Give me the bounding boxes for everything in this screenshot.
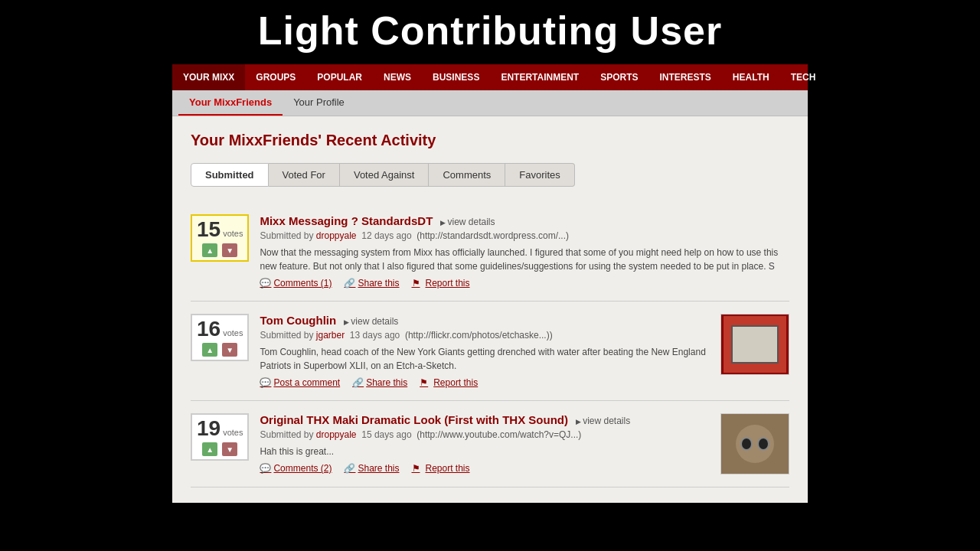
nav-item-groups[interactable]: GROUPS <box>245 64 306 90</box>
vote-buttons: ▲ ▼ <box>202 243 237 257</box>
share-icon: 🔗 <box>352 377 363 388</box>
vote-down-button[interactable]: ▼ <box>222 442 237 456</box>
vote-down-button[interactable]: ▼ <box>222 243 237 257</box>
story-body: Original THX Maki Dramatic Look (First w… <box>260 413 710 474</box>
comment-icon: 💬 <box>260 377 270 388</box>
vote-up-button[interactable]: ▲ <box>202 343 217 357</box>
view-details-link[interactable]: view details <box>576 416 631 426</box>
story-title-link[interactable]: Original THX Maki Dramatic Look (First w… <box>260 413 568 426</box>
story-title-row: Tom Coughlin view details <box>260 314 710 327</box>
nav-item-interests[interactable]: INTERESTS <box>649 64 722 90</box>
page-heading: Your MixxFriends' Recent Activity <box>191 132 789 149</box>
page-title: Light Contributing User <box>0 8 980 54</box>
story-url: (http://standardsdt.wordpress.com/...) <box>416 230 569 241</box>
vote-box: 19 votes ▲ ▼ <box>191 413 249 461</box>
top-nav: YOUR MIXXGROUPSPOPULARNEWSBUSINESSENTERT… <box>172 64 808 90</box>
tab-favorites[interactable]: Favorites <box>505 163 574 187</box>
vote-label: votes <box>223 328 243 337</box>
main-content: Your MixxFriends' Recent Activity Submit… <box>172 116 808 503</box>
vote-box: 15 votes ▲ ▼ <box>191 214 249 262</box>
story-url: (http://flickr.com/photos/etchaske...)) <box>405 330 553 341</box>
story-title-link[interactable]: Tom Coughlin <box>260 314 336 327</box>
story-body: Tom Coughlin view details Submitted by j… <box>260 314 710 388</box>
vote-buttons: ▲ ▼ <box>202 442 237 456</box>
story-title-link[interactable]: Mixx Messaging ? StandardsDT <box>260 214 433 227</box>
tab-comments[interactable]: Comments <box>429 163 505 187</box>
etch-thumbnail <box>721 314 789 375</box>
submitter-link[interactable]: droppyale <box>316 429 357 440</box>
sub-nav-item-profile[interactable]: Your Profile <box>283 90 355 116</box>
tarsier-face <box>736 425 774 463</box>
tab-voted-for[interactable]: Voted For <box>269 163 340 187</box>
vote-label: votes <box>223 428 243 437</box>
action-share-link[interactable]: 🔗 Share this <box>344 278 399 289</box>
view-details-link[interactable]: view details <box>440 217 495 227</box>
vote-box: 16 votes ▲ ▼ <box>191 314 249 361</box>
story-meta: Submitted by jgarber 13 days ago (http:/… <box>260 330 710 341</box>
story-thumbnail <box>720 413 789 474</box>
story-excerpt: Tom Coughlin, head coach of the New York… <box>260 345 710 373</box>
comments-icon: 💬 <box>260 278 270 289</box>
story-item: 15 votes ▲ ▼ Mixx Messaging ? StandardsD… <box>191 202 789 302</box>
submitter-link[interactable]: jgarber <box>316 330 345 341</box>
story-actions: 💬 Comments (2) 🔗 Share this ⚑ Report th <box>260 463 710 474</box>
nav-item-sports[interactable]: SPORTS <box>590 64 648 90</box>
vote-label: votes <box>223 229 243 238</box>
action-comments-link[interactable]: 💬 Comments (1) <box>260 278 332 289</box>
share-icon: 🔗 <box>344 463 354 474</box>
vote-count: 16 <box>197 318 220 340</box>
tab-voted-against[interactable]: Voted Against <box>340 163 430 187</box>
nav-item-news[interactable]: NEWS <box>373 64 422 90</box>
sub-nav-item-mixxfriends[interactable]: Your MixxFriends <box>178 90 283 116</box>
submitter-link[interactable]: droppyale <box>316 230 357 241</box>
vote-number-row: 16 votes <box>197 318 243 340</box>
app-wrapper: YOUR MIXXGROUPSPOPULARNEWSBUSINESSENTERT… <box>172 64 808 503</box>
tarsier-eye-left <box>740 437 753 451</box>
report-icon: ⚑ <box>420 377 430 388</box>
story-meta: Submitted by droppyale 12 days ago (http… <box>260 230 789 241</box>
story-excerpt: Now that the messaging system from Mixx … <box>260 246 789 273</box>
action-report-link[interactable]: ⚑ Report this <box>412 463 470 474</box>
activity-tabs: SubmittedVoted ForVoted AgainstCommentsF… <box>191 163 789 187</box>
story-thumbnail <box>720 314 789 375</box>
story-excerpt: Hah this is great... <box>260 445 710 458</box>
vote-count: 15 <box>197 219 220 240</box>
action-comments-link[interactable]: 💬 Comments (2) <box>260 463 332 474</box>
stories-list: 15 votes ▲ ▼ Mixx Messaging ? StandardsD… <box>191 202 789 487</box>
nav-item-entertainment[interactable]: ENTERTAINMENT <box>490 64 590 90</box>
story-title-row: Mixx Messaging ? StandardsDT view detail… <box>260 214 789 227</box>
action-comment-link[interactable]: 💬 Post a comment <box>260 377 340 388</box>
nav-item-tech[interactable]: TECH <box>780 64 827 90</box>
vote-number-row: 15 votes <box>197 219 243 240</box>
share-icon: 🔗 <box>344 278 354 289</box>
story-url: (http://www.youtube.com/watch?v=QJ...) <box>416 429 581 440</box>
view-details-link[interactable]: view details <box>344 316 399 327</box>
story-meta: Submitted by droppyale 15 days ago (http… <box>260 429 710 440</box>
action-share-link[interactable]: 🔗 Share this <box>352 377 407 388</box>
vote-up-button[interactable]: ▲ <box>202 243 217 257</box>
nav-item-health[interactable]: HEALTH <box>722 64 780 90</box>
nav-item-your-mixx[interactable]: YOUR MIXX <box>172 64 245 90</box>
page-title-bar: Light Contributing User <box>0 0 980 64</box>
report-icon: ⚑ <box>412 463 423 474</box>
report-icon: ⚑ <box>412 278 423 289</box>
action-report-link[interactable]: ⚑ Report this <box>412 278 470 289</box>
story-actions: 💬 Comments (1) 🔗 Share this ⚑ Report th <box>260 278 789 289</box>
nav-item-popular[interactable]: POPULAR <box>306 64 373 90</box>
comments-icon: 💬 <box>260 463 270 474</box>
vote-number-row: 19 votes <box>197 418 243 439</box>
nav-item-business[interactable]: BUSINESS <box>422 64 490 90</box>
vote-count: 19 <box>197 418 220 439</box>
vote-down-button[interactable]: ▼ <box>222 343 237 357</box>
story-body: Mixx Messaging ? StandardsDT view detail… <box>260 214 789 289</box>
tarsier-thumbnail <box>721 413 789 474</box>
story-item: 19 votes ▲ ▼ Original THX Maki Dramatic … <box>191 401 789 487</box>
story-item: 16 votes ▲ ▼ Tom Coughlin view details S… <box>191 302 789 401</box>
vote-buttons: ▲ ▼ <box>202 343 237 357</box>
action-share-link[interactable]: 🔗 Share this <box>344 463 399 474</box>
vote-up-button[interactable]: ▲ <box>202 442 217 456</box>
action-report-link[interactable]: ⚑ Report this <box>420 377 478 388</box>
tab-submitted[interactable]: Submitted <box>191 163 269 187</box>
etch-screen <box>731 325 779 364</box>
sub-nav: Your MixxFriendsYour Profile <box>172 90 808 116</box>
